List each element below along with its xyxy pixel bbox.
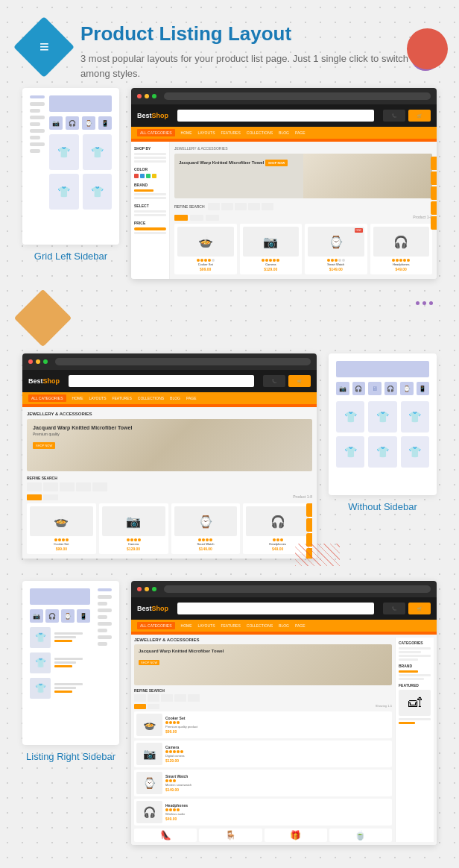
listing-right-sidebar-mockup: BestShop 📞 🛒 ALL CATEGORIES HOME LAYOUTS… [131,581,437,845]
menu-lines-icon: ≡ [39,37,49,57]
grid-left-sidebar-label: Grid Left Sidebar [34,251,107,262]
without-sidebar-label: Without Sidebar [348,501,417,512]
page-header: ≡ Product Listing Layout 3 most popular … [0,0,459,88]
listing-right-sidebar-label: Listing Right Sidebar [26,751,115,762]
listing-right-sidebar-mini-preview: 📷 🎧 ⌚ 📱 👕 [22,581,119,745]
without-sidebar-mockup: BestShop 📞 🛒 ALL CATEGORIES HOME LAYOUTS… [22,353,317,559]
without-sidebar-mini-preview: 📷 🎧 🖥 🎧 ⌚ 📱 👕 👕 👕 👕 👕 👕 [329,353,437,495]
shop-logo: BestShop [137,112,168,119]
page-description: 3 most popular layouts for your product … [80,51,437,81]
decorative-dots [416,301,433,305]
page-title: Product Listing Layout [80,22,437,45]
orange-diamond-deco [14,289,72,347]
diamond-icon: ≡ [13,16,75,78]
grid-left-sidebar-mockup: BestShop 📞 🛒 ALL CATEGORIES HOME LAYOUTS… [131,88,437,279]
decorative-hatch [295,544,340,566]
grid-left-sidebar-mini-preview: 📷 🎧 ⌚ 📱 👕 👕 👕 👕 [22,88,119,245]
